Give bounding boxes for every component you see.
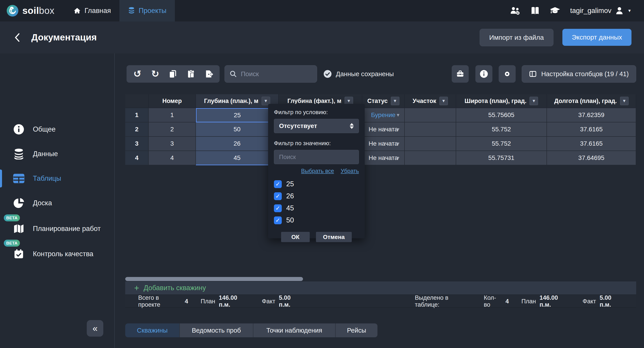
filter-condition-select[interactable]: Отсутствует	[274, 119, 359, 133]
filter-icon[interactable]: ▼	[391, 97, 399, 105]
row-index-cell[interactable]: 3	[125, 137, 149, 151]
user-menu[interactable]: tagir_galimov ▼	[570, 6, 632, 15]
user-name: tagir_galimov	[570, 7, 611, 15]
info-button[interactable]	[476, 65, 492, 83]
filter-icon[interactable]: ▼	[530, 97, 538, 105]
export-file-icon[interactable]	[202, 68, 215, 80]
tab-wells[interactable]: Скважины	[125, 324, 180, 337]
site-cell[interactable]	[405, 108, 456, 122]
lon-cell[interactable]: 37.6165	[547, 137, 636, 151]
columns-settings-button[interactable]: Настройка столбцов (19 / 41)	[522, 65, 636, 83]
lon-cell[interactable]: 37.64695	[547, 151, 636, 165]
add-well-button[interactable]: + Добавить скважину	[125, 281, 636, 295]
paste-icon[interactable]	[185, 68, 197, 80]
status-value: Бурение	[371, 111, 395, 119]
home-icon	[73, 7, 81, 14]
education-cap-icon[interactable]	[550, 6, 560, 15]
add-well-label: Добавить скважину	[144, 284, 206, 292]
checkbox-checked[interactable]: ✓	[274, 180, 282, 188]
lat-cell[interactable]: 55.752	[456, 122, 547, 137]
number-cell[interactable]: 2	[149, 122, 196, 137]
database-icon	[13, 148, 24, 160]
table-tabs: Скважины Ведомость проб Точки наблюдения…	[125, 324, 378, 337]
sidebar-item-quality-control[interactable]: BETA Контроль качества	[0, 243, 114, 265]
depth-plan-cell[interactable]: 45	[196, 151, 278, 165]
lat-cell[interactable]: 55.75605	[456, 108, 547, 122]
brand-name: soilbox	[22, 5, 54, 16]
brand-logo[interactable]: soilbox	[0, 0, 65, 21]
search-input[interactable]	[240, 70, 312, 78]
sidebar-collapse-button[interactable]: «	[87, 320, 103, 337]
select-all-link[interactable]: Выбрать все	[301, 168, 334, 174]
status-cell[interactable]: Не начата ▼	[362, 151, 405, 165]
chevron-down-icon[interactable]: ▼	[396, 127, 400, 132]
lat-cell[interactable]: 55.75731	[456, 151, 547, 165]
summary-bar: Всего в проекте 4 План 146.00 п.м. Факт …	[125, 295, 636, 308]
chevron-down-icon[interactable]: ▼	[396, 113, 400, 118]
status-cell[interactable]: Не начата ▼	[362, 122, 405, 137]
table-search	[224, 65, 317, 83]
site-cell[interactable]	[405, 151, 456, 165]
back-button[interactable]	[13, 32, 22, 43]
redo-icon[interactable]: ↻	[149, 68, 162, 80]
depth-plan-cell[interactable]: 26	[196, 137, 278, 151]
page-header: Документация Импорт из файла Экспорт дан…	[0, 21, 644, 53]
status-cell[interactable]: Бурение ▼	[362, 108, 405, 122]
checkbox-checked[interactable]: ✓	[274, 192, 282, 200]
filter-icon[interactable]: ▼	[440, 97, 448, 105]
docs-book-icon[interactable]	[530, 6, 540, 15]
sidebar-item-tables[interactable]: Таблицы	[0, 167, 114, 190]
sidebar-item-board[interactable]: Доска	[0, 192, 114, 214]
selected-label: Выделено в таблице:	[415, 294, 472, 308]
site-cell[interactable]	[405, 137, 456, 151]
selected-plan-value: 146.00 п.м.	[540, 294, 570, 308]
lat-cell[interactable]: 55.752	[456, 137, 547, 151]
team-admin-icon[interactable]	[510, 6, 520, 15]
depth-plan-cell[interactable]: 50	[196, 122, 278, 137]
settings-button[interactable]	[499, 65, 516, 83]
clear-link[interactable]: Убрать	[341, 168, 359, 174]
row-index-cell[interactable]: 4	[125, 151, 149, 165]
sidebar-item-work-planning[interactable]: BETA Планирование работ	[0, 217, 114, 240]
import-file-button[interactable]: Импорт из файла	[480, 29, 554, 46]
horizontal-scrollbar[interactable]	[125, 277, 303, 281]
wells-table: Номер Глубина (план.), м ▼ Глубина (факт…	[125, 94, 636, 165]
row-index-cell[interactable]: 1	[125, 108, 149, 122]
export-data-button[interactable]: Экспорт данных	[562, 29, 632, 46]
undo-icon[interactable]: ↺	[131, 68, 144, 80]
filter-icon[interactable]: ▼	[620, 97, 628, 105]
row-index-cell[interactable]: 2	[125, 122, 149, 137]
sidebar-item-general[interactable]: Общее	[0, 118, 114, 141]
checkbox-checked[interactable]: ✓	[274, 204, 282, 212]
site-cell[interactable]	[405, 122, 456, 137]
sidebar-item-data[interactable]: Данные	[0, 143, 114, 165]
table-header-row: Номер Глубина (план.), м ▼ Глубина (факт…	[125, 94, 636, 108]
info-circle-icon	[13, 124, 24, 135]
checkbox-checked[interactable]: ✓	[274, 216, 282, 224]
filter-ok-button[interactable]: ОК	[281, 232, 310, 242]
nav-item-label: Главная	[84, 7, 111, 15]
nav-item-home[interactable]: Главная	[65, 0, 120, 21]
number-cell[interactable]: 1	[149, 108, 196, 122]
number-cell[interactable]: 3	[149, 137, 196, 151]
tools-button[interactable]	[452, 65, 469, 83]
fact-label: Факт	[262, 298, 275, 305]
filter-cancel-button[interactable]: Отмена	[316, 232, 352, 242]
number-cell[interactable]: 4	[149, 151, 196, 165]
lon-cell[interactable]: 37.6165	[547, 122, 636, 137]
status-value: Не начата	[368, 126, 398, 133]
chevron-down-icon[interactable]: ▼	[396, 141, 400, 146]
beta-badge: BETA	[4, 240, 20, 247]
copy-icon[interactable]	[167, 68, 179, 80]
nav-item-projects[interactable]: Проекты	[120, 0, 175, 21]
calendar-check-icon	[13, 249, 24, 259]
depth-plan-cell[interactable]: 25	[196, 108, 278, 122]
tab-trips[interactable]: Рейсы	[336, 324, 378, 337]
chevron-down-icon[interactable]: ▼	[396, 156, 400, 161]
tab-sample-register[interactable]: Ведомость проб	[180, 324, 253, 337]
tab-observation-points[interactable]: Точки наблюдения	[253, 324, 336, 337]
lon-cell[interactable]: 37.62359	[547, 108, 636, 122]
filter-search-input[interactable]	[278, 154, 354, 161]
header-number: Номер	[149, 94, 196, 108]
status-cell[interactable]: Не начата ▼	[362, 137, 405, 151]
